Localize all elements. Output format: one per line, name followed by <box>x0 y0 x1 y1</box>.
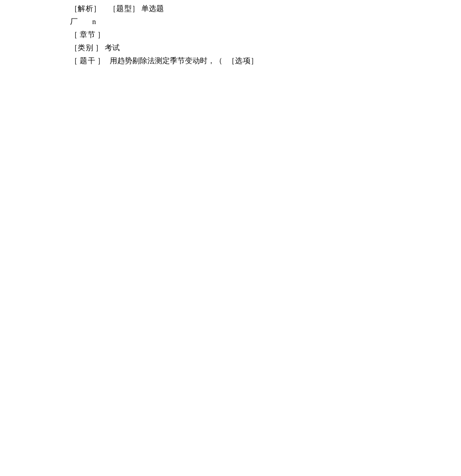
line-chapter: ［ 章节 ］ <box>70 28 461 41</box>
category-label: 类别 <box>78 41 93 54</box>
bracket-close: ］ <box>93 2 101 15</box>
bracket-open: ［ <box>227 54 235 67</box>
line-analysis-type: ［ 解析 ］ ［ 题型 ］ 单选题 <box>70 2 461 15</box>
stem-label: 题干 <box>80 54 95 67</box>
type-label: 题型 <box>116 2 132 15</box>
fragment-text-a: 厂 <box>70 15 78 28</box>
bracket-close: ］ <box>132 2 139 15</box>
bracket-open: ［ <box>70 41 78 54</box>
analysis-label: 解析 <box>78 2 93 15</box>
chapter-label: 章节 <box>80 28 95 41</box>
line-fragment: 厂 n <box>70 15 461 28</box>
bracket-close: ］ <box>97 28 105 41</box>
bracket-open: ［ <box>109 2 116 15</box>
option-label: 选项 <box>235 54 251 67</box>
bracket-open: ［ <box>70 2 78 15</box>
stem-text: 用趋势剔除法测定季节变动时，（ <box>110 54 222 67</box>
bracket-open: ［ <box>70 28 78 41</box>
fragment-text-b: n <box>92 15 96 28</box>
category-value: 考试 <box>105 41 120 54</box>
bracket-open: ［ <box>70 54 78 67</box>
line-stem: ［ 题干 ］ 用趋势剔除法测定季节变动时，（ ［ 选项 ］ <box>70 54 461 67</box>
bracket-close: ］ <box>97 54 105 67</box>
bracket-close: ］ <box>251 54 258 67</box>
type-value: 单选题 <box>141 2 164 15</box>
line-category: ［ 类别 ］ 考试 <box>70 41 461 54</box>
bracket-close: ］ <box>95 41 103 54</box>
